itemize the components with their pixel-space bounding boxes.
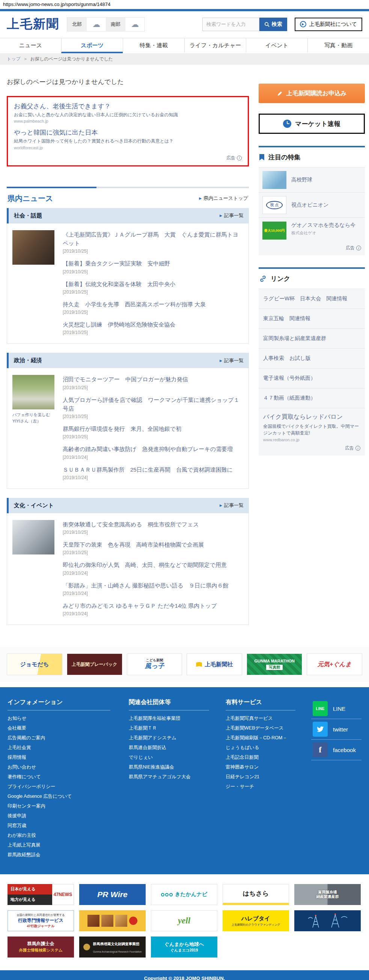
- banner-prwire[interactable]: PR Wire: [79, 884, 145, 905]
- weather-widget[interactable]: 北部 ☁ 南部 ☁: [67, 17, 145, 32]
- footer-link[interactable]: わが家の主役: [8, 833, 36, 838]
- tab-life-culture[interactable]: ライフ・カルチャー: [184, 38, 246, 53]
- banner-genki-gunma[interactable]: 元気+ぐんま: [307, 654, 362, 675]
- link-rugby-wcup[interactable]: ラグビーW杯 日本大会 関連情報: [259, 289, 365, 309]
- article-link[interactable]: 天皇陛下の装束 色を再現 高崎市染料植物園で企画展: [63, 540, 243, 549]
- footer-link[interactable]: 上毛新聞アドシステム: [129, 735, 176, 740]
- footer-link[interactable]: 群馬県NIE推進協議会: [129, 764, 174, 770]
- tab-news[interactable]: ニュース: [0, 38, 61, 53]
- banner-harebutai[interactable]: ハレブタイ 上毛新聞社のクラウドファンディング: [223, 910, 289, 931]
- footer-link[interactable]: ジー・サーチ: [225, 784, 254, 789]
- sidebar-ad-title[interactable]: バイク買取ならレッドバロン: [263, 414, 343, 420]
- article-list-link[interactable]: ▶ 記事一覧: [220, 502, 244, 509]
- featured-ad[interactable]: 最大10,000円 ゲオ／スマホを売るなら今 株式会社ゲオ 広告 i: [259, 218, 365, 255]
- article-link[interactable]: 即位礼の御朱印が人気 高崎、太田、桐生などで期間限定で用意: [63, 560, 243, 569]
- banner-jomo-playback[interactable]: 上毛新聞プレーバック: [67, 654, 122, 675]
- footer-link[interactable]: 上毛新聞写真サービス: [225, 716, 273, 721]
- footer-link[interactable]: 上毛新聞WEBデータベース: [225, 725, 284, 731]
- featured-item-koukou-yakyu[interactable]: 高校野球: [259, 167, 365, 192]
- footer-link[interactable]: 雷神囲碁サロン: [225, 764, 259, 770]
- article-photo[interactable]: [13, 230, 54, 265]
- link-jinji-search[interactable]: 人事検索 お試し版: [259, 348, 365, 368]
- footer-link[interactable]: 上毛新聞厚生福祉事業団: [129, 716, 181, 721]
- footer-link[interactable]: 上毛新聞ＴＲ: [129, 725, 157, 731]
- featured-ad-title[interactable]: ゲオ／スマホを売るなら今: [291, 222, 356, 228]
- footer-link[interactable]: お知らせ: [8, 716, 27, 721]
- tab-features[interactable]: 特集・連載: [123, 38, 184, 53]
- search-input[interactable]: [202, 18, 259, 31]
- article-link[interactable]: 高齢者の踏み間違い事故防げ 急発進抑制や自動ブレーキの需要増: [63, 445, 243, 453]
- footer-link[interactable]: Google Adsence 広告について: [8, 794, 72, 799]
- subscribe-button[interactable]: 上毛新聞購読お申込み: [259, 84, 365, 103]
- ad-item[interactable]: やっと韓国に強気に出た日本 結局ホワイト国除外って何をしたの？賞賛されるべき日本…: [14, 128, 242, 150]
- article-link[interactable]: みどり市のみどモス ゆるキャラＧＰ ただ今14位 県内トップ: [63, 601, 243, 610]
- sns-line-button[interactable]: LINE LINE: [311, 698, 361, 719]
- footer-link[interactable]: 後援申請: [8, 813, 26, 818]
- footer-link[interactable]: じょうもばいる: [225, 745, 259, 750]
- footer-link[interactable]: 上毛新聞縮刷版－CD-ROM－: [225, 735, 287, 740]
- banner-47news[interactable]: 日本が見える 地方が見える 47NEWS: [8, 884, 74, 905]
- banner-gunma-eco[interactable]: ぐんまから地球へ ぐんまエコ2019: [151, 937, 217, 958]
- footer-link[interactable]: 著作権について: [8, 774, 41, 780]
- footer-link[interactable]: 印刷センター案内: [8, 803, 45, 809]
- tab-events[interactable]: イベント: [246, 38, 307, 53]
- footer-link[interactable]: 群馬連合新聞折込: [129, 745, 166, 750]
- banner-yell[interactable]: yell: [151, 910, 217, 931]
- article-link[interactable]: 「影踏み」主演・山崎さん 撮影秘話や思い語る ９日に県内６館: [63, 581, 243, 590]
- article-link[interactable]: ＳＵＢＡＲＵ群馬製作所 25日に生産再開 台風で資材調達困難に: [63, 465, 243, 474]
- article-link[interactable]: 持久走 小学生を先導 西邑楽高スポーツ科が指導 大泉: [63, 300, 243, 309]
- ad-choices[interactable]: 広告 i: [262, 245, 361, 252]
- footer-link[interactable]: プライバシーポリシー: [8, 784, 55, 789]
- link-47-douga[interactable]: ４７動画（紙面連動）: [259, 388, 365, 408]
- footer-link[interactable]: 日経テレコン21: [225, 774, 259, 780]
- banner-jomodachi[interactable]: ジョモだち: [7, 654, 62, 675]
- banner-tomioka-silk[interactable]: 富岡製糸場 絹産業遺産群: [294, 884, 361, 905]
- footer-link[interactable]: 上毛紙上写真展: [8, 842, 40, 848]
- footer-link[interactable]: お問い合わせ: [8, 764, 36, 770]
- footer-link[interactable]: 群馬県アマチュアゴルフ大会: [129, 774, 191, 780]
- footer-link[interactable]: 広告掲載のご案内: [8, 735, 45, 740]
- ad-title[interactable]: お義父さん、老後生活できます？: [14, 102, 242, 111]
- ad-choices[interactable]: 広告 i: [14, 155, 242, 162]
- prefecture-news-top-link[interactable]: ▶ 県内ニューストップ: [199, 195, 248, 202]
- banner-jomo-shinbunsha[interactable]: 上毛新聞社: [187, 654, 242, 675]
- banner-kitakan-navi[interactable]: きたかんナビ: [151, 884, 217, 905]
- article-link[interactable]: 【新着】伝統文化和楽器を体験 太田中央小: [63, 280, 243, 288]
- footer-link[interactable]: 上毛社会賞: [8, 745, 31, 750]
- article-photo[interactable]: [13, 520, 54, 554]
- banner-radio-towers[interactable]: [294, 910, 361, 931]
- link-denshi-sokuho[interactable]: 電子速報（号外紙面）: [259, 368, 365, 388]
- footer-link[interactable]: 上毛記念日新聞: [225, 755, 259, 760]
- banner-gourmet-ad[interactable]: [79, 910, 145, 931]
- sns-facebook-button[interactable]: f facebook: [311, 740, 361, 760]
- sidebar-text-ad[interactable]: バイク買取ならレッドバロン 全国規模でバイクをダイレクト買取。中間マージンカット…: [259, 408, 365, 455]
- article-link[interactable]: 衝突体験通して安全意識高める 桐生市役所でフェス: [63, 520, 243, 529]
- footer-link[interactable]: 群馬政経懇話会: [8, 852, 40, 858]
- banner-gunma-bar-association[interactable]: 群馬弁護士会 弁護士情報検索システム: [8, 937, 74, 958]
- ad-item[interactable]: お義父さん、老後生活できます？ お金に賢い人と愚かな人の決定的な違い日本人に圧倒…: [14, 102, 242, 123]
- banner-gyosei-journal[interactable]: 全国の新聞社と共同通信社が運営する 行政専門情報サービス 47行政ジャーナル: [8, 910, 74, 931]
- footer-link[interactable]: 同窓万歳: [8, 823, 26, 828]
- article-link[interactable]: 《上毛新聞広告賞》ＪＡグループ群馬 大賞 ぐんま愛賞に群馬トヨペット: [63, 230, 243, 248]
- article-link[interactable]: 群馬銀行が環境債を発行 来月、全国地銀で初: [63, 425, 243, 433]
- site-logo[interactable]: 上毛新聞: [7, 16, 59, 33]
- about-button[interactable]: ▶ 上毛新聞社について: [295, 18, 362, 31]
- featured-item-shiten-opinion[interactable]: 視 点 視点オピニオン: [259, 192, 365, 218]
- footer-link[interactable]: 会社概要: [8, 725, 26, 731]
- article-list-link[interactable]: ▶ 記事一覧: [220, 357, 244, 364]
- banner-gunma-marathon[interactable]: GUNMA MARATHON写真館: [247, 654, 302, 675]
- sns-twitter-button[interactable]: twitter: [311, 719, 361, 740]
- tab-photo-video[interactable]: 写真・動画: [307, 38, 369, 53]
- article-link[interactable]: 人気ブロガーら評価を店で確認 ワークマンが千葉に連携ショップ１号店: [63, 396, 243, 413]
- article-photo[interactable]: [13, 375, 54, 409]
- banner-kazakko[interactable]: こども新聞風っ子: [127, 654, 182, 675]
- search-button[interactable]: 検索: [259, 18, 287, 31]
- article-link[interactable]: 【新着】乗合タクシー実証実験 安中細野: [63, 259, 243, 268]
- banner-hachisara[interactable]: はちさら: [223, 884, 289, 905]
- article-link[interactable]: 火災想定し訓練 伊勢崎地区危険物安全協会: [63, 320, 243, 329]
- link-tomioka-silk-mill[interactable]: 富岡製糸場と絹産業遺産群: [259, 328, 365, 348]
- banner-archaeology-foundation[interactable]: 群馬県埋蔵文化財調査事業団 Gunma Archaeological Resea…: [79, 937, 145, 958]
- article-list-link[interactable]: ▶ 記事一覧: [220, 212, 244, 219]
- tab-sports[interactable]: スポーツ: [61, 38, 123, 53]
- footer-link[interactable]: でりじぇい: [129, 755, 153, 760]
